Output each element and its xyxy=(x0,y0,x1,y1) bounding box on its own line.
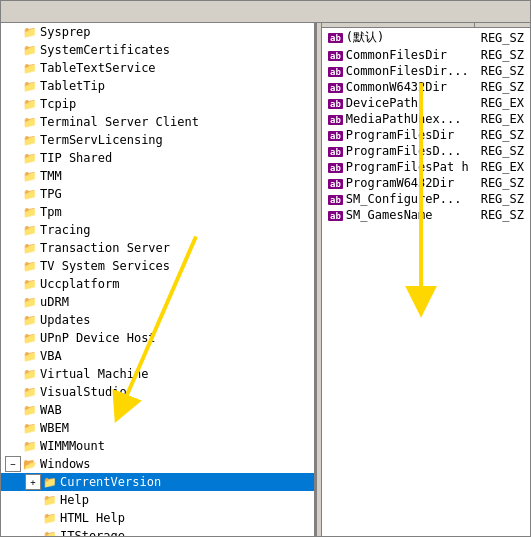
expander-spacer xyxy=(5,348,21,364)
menu-view[interactable] xyxy=(5,10,17,14)
folder-icon: 📁 xyxy=(23,242,37,255)
tree-item[interactable]: 📁TableTextService xyxy=(1,59,314,77)
tree-item[interactable]: 📁Uccplatform xyxy=(1,275,314,293)
tree-item[interactable]: 📁Terminal Server Client xyxy=(1,113,314,131)
registry-name-label: ProgramFilesPat h xyxy=(346,160,469,174)
registry-row[interactable]: abDevicePathREG_EX xyxy=(322,95,530,111)
expander-spacer xyxy=(5,366,21,382)
tree-item-label: SystemCertificates xyxy=(40,43,170,57)
tree-item[interactable]: 📁TPG xyxy=(1,185,314,203)
tree-item[interactable]: 📁TIP Shared xyxy=(1,149,314,167)
tree-item[interactable]: 📁Tracing xyxy=(1,221,314,239)
tree-item[interactable]: 📁TMM xyxy=(1,167,314,185)
expander-spacer xyxy=(5,42,21,58)
tree-item[interactable]: +📁CurrentVersion xyxy=(1,473,314,491)
tree-item[interactable]: 📁VBA xyxy=(1,347,314,365)
registry-type-cell: REG_SZ xyxy=(475,79,530,95)
tree-item-label: WAB xyxy=(40,403,62,417)
folder-icon: 📁 xyxy=(23,350,37,363)
registry-scroll[interactable]: ab(默认)REG_SZabCommonFilesDirREG_SZabComm… xyxy=(322,23,530,536)
expander-spacer xyxy=(5,276,21,292)
registry-name-cell: abDevicePath xyxy=(322,95,475,111)
tree-item-label: TV System Services xyxy=(40,259,170,273)
expander-spacer xyxy=(5,204,21,220)
menu-favorites[interactable] xyxy=(21,10,33,14)
expander-spacer xyxy=(5,438,21,454)
tree-item[interactable]: 📁SystemCertificates xyxy=(1,41,314,59)
tree-item-label: WIMMMount xyxy=(40,439,105,453)
registry-row[interactable]: ab(默认)REG_SZ xyxy=(322,28,530,48)
expander-spacer xyxy=(5,132,21,148)
registry-name-label: ProgramFilesDir xyxy=(346,128,454,142)
tree-item[interactable]: −📂Windows xyxy=(1,455,314,473)
right-pane: ab(默认)REG_SZabCommonFilesDirREG_SZabComm… xyxy=(322,23,530,536)
tree-item[interactable]: 📁TermServLicensing xyxy=(1,131,314,149)
expander-spacer xyxy=(5,330,21,346)
tree-item[interactable]: 📁WAB xyxy=(1,401,314,419)
tree-item[interactable]: 📁Virtual Machine xyxy=(1,365,314,383)
tree-item[interactable]: 📁Help xyxy=(1,491,314,509)
registry-row[interactable]: abProgramFilesPat hREG_EX xyxy=(322,159,530,175)
registry-row[interactable]: abCommonFilesDir...REG_SZ xyxy=(322,63,530,79)
menu-help[interactable] xyxy=(37,10,49,14)
tree-item[interactable]: 📁Tcpip xyxy=(1,95,314,113)
tree-item-label: Help xyxy=(60,493,89,507)
expander-spacer xyxy=(5,150,21,166)
tree-item-label: Tpm xyxy=(40,205,62,219)
tree-item[interactable]: 📁HTML Help xyxy=(1,509,314,527)
tree-item[interactable]: 📁WIMMMount xyxy=(1,437,314,455)
tree-item[interactable]: 📁ITStorage xyxy=(1,527,314,536)
expander-spacer xyxy=(5,240,21,256)
col-type xyxy=(475,23,530,28)
registry-name-cell: abProgramW6432Dir xyxy=(322,175,475,191)
tree-scroll[interactable]: 📁Sysprep📁SystemCertificates📁TableTextSer… xyxy=(1,23,314,536)
tree-item[interactable]: 📁TV System Services xyxy=(1,257,314,275)
registry-row[interactable]: abProgramFilesDirREG_SZ xyxy=(322,127,530,143)
expander-spacer xyxy=(5,78,21,94)
tree-item[interactable]: 📁uDRM xyxy=(1,293,314,311)
tree-item-label: TMM xyxy=(40,169,62,183)
registry-editor-window: 📁Sysprep📁SystemCertificates📁TableTextSer… xyxy=(0,0,531,537)
folder-icon: 📁 xyxy=(23,98,37,111)
registry-type-cell: REG_SZ xyxy=(475,63,530,79)
registry-row[interactable]: abSM_GamesNameREG_SZ xyxy=(322,207,530,223)
folder-icon: 📁 xyxy=(43,476,57,489)
folder-icon: 📁 xyxy=(23,440,37,453)
folder-icon: 📁 xyxy=(23,386,37,399)
registry-row[interactable]: abSM_ConfigureP...REG_SZ xyxy=(322,191,530,207)
expander-spacer xyxy=(5,222,21,238)
tree-item[interactable]: 📁TabletTip xyxy=(1,77,314,95)
expand-icon[interactable]: + xyxy=(25,474,41,490)
folder-icon: 📁 xyxy=(23,296,37,309)
folder-icon: 📁 xyxy=(23,368,37,381)
tree-item[interactable]: 📁UPnP Device Host xyxy=(1,329,314,347)
registry-type-cell: REG_EX xyxy=(475,159,530,175)
folder-icon: 📁 xyxy=(23,134,37,147)
folder-icon: 📁 xyxy=(23,278,37,291)
registry-row[interactable]: abCommonW6432DirREG_SZ xyxy=(322,79,530,95)
tree-item-label: ITStorage xyxy=(60,529,125,536)
tree-item[interactable]: 📁Tpm xyxy=(1,203,314,221)
folder-icon: 📁 xyxy=(23,80,37,93)
registry-name-label: CommonW6432Dir xyxy=(346,80,447,94)
expander-spacer xyxy=(25,528,41,536)
folder-icon: 📁 xyxy=(23,152,37,165)
tree-item[interactable]: 📁WBEM xyxy=(1,419,314,437)
tree-item[interactable]: 📁Sysprep xyxy=(1,23,314,41)
tree-item-label: Tracing xyxy=(40,223,91,237)
tree-item[interactable]: 📁Updates xyxy=(1,311,314,329)
collapse-icon[interactable]: − xyxy=(5,456,21,472)
folder-icon: 📁 xyxy=(23,206,37,219)
registry-row[interactable]: abProgramW6432DirREG_SZ xyxy=(322,175,530,191)
registry-row[interactable]: abProgramFilesD...REG_SZ xyxy=(322,143,530,159)
tree-item-label: WBEM xyxy=(40,421,69,435)
tree-item[interactable]: 📁Transaction Server xyxy=(1,239,314,257)
reg-ab-icon: ab xyxy=(328,147,343,157)
registry-row[interactable]: abMediaPathUnex...REG_EX xyxy=(322,111,530,127)
tree-item-label: uDRM xyxy=(40,295,69,309)
expander-spacer xyxy=(5,186,21,202)
expander-spacer xyxy=(25,492,41,508)
tree-item[interactable]: 📁VisualStudio xyxy=(1,383,314,401)
expander-spacer xyxy=(5,114,21,130)
registry-row[interactable]: abCommonFilesDirREG_SZ xyxy=(322,47,530,63)
